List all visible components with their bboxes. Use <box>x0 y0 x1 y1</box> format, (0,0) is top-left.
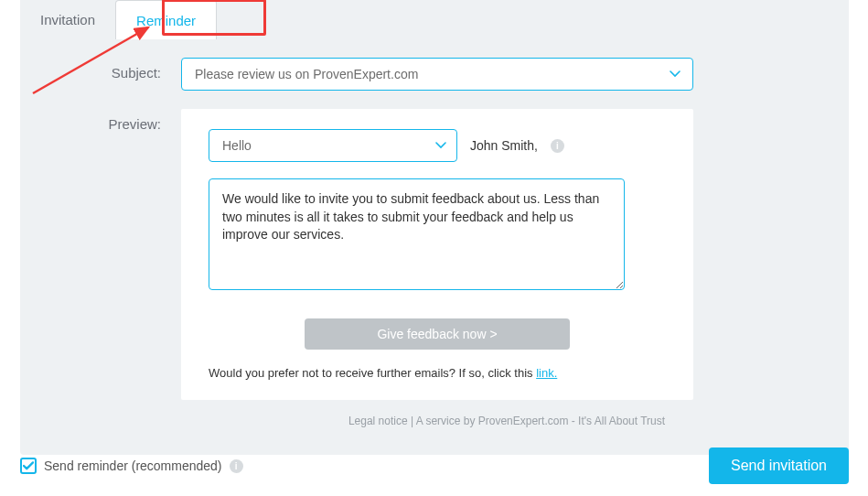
info-icon[interactable]: i <box>551 139 564 153</box>
message-body-textarea[interactable] <box>209 178 625 290</box>
opt-out-text: Would you prefer not to receive further … <box>209 366 666 380</box>
footer-note: Legal notice | A service by ProvenExpert… <box>181 415 832 427</box>
subject-select-wrap: Please review us on ProvenExpert.com <box>181 58 693 91</box>
send-reminder-option: Send reminder (recommended) i <box>20 458 243 474</box>
subject-label: Subject: <box>37 58 181 91</box>
greeting-row: Hello John Smith, i <box>209 129 666 162</box>
give-feedback-button[interactable]: Give feedback now > <box>305 318 570 350</box>
bottom-bar: Send reminder (recommended) i Send invit… <box>20 447 849 484</box>
greeting-select[interactable]: Hello <box>209 129 457 162</box>
recipient-name: John Smith, <box>470 138 538 153</box>
send-invitation-button[interactable]: Send invitation <box>709 447 849 484</box>
greeting-select-wrap: Hello <box>209 129 457 162</box>
opt-out-link[interactable]: link. <box>536 366 557 380</box>
send-reminder-label: Send reminder (recommended) <box>44 458 222 473</box>
opt-out-prefix: Would you prefer not to receive further … <box>209 366 536 380</box>
subject-row: Subject: Please review us on ProvenExper… <box>37 58 832 91</box>
settings-panel: Invitation Reminder Subject: Please revi… <box>20 0 849 455</box>
send-reminder-checkbox[interactable] <box>20 458 37 474</box>
preview-row: Preview: Hello John Smith, i <box>37 109 832 427</box>
subject-select[interactable]: Please review us on ProvenExpert.com <box>181 58 693 91</box>
preview-card: Hello John Smith, i Give feedback now > … <box>181 109 693 400</box>
tab-invitation[interactable]: Invitation <box>20 0 115 39</box>
tab-reminder[interactable]: Reminder <box>115 0 217 39</box>
tabs: Invitation Reminder <box>20 0 849 39</box>
info-icon[interactable]: i <box>230 459 243 473</box>
form-area: Subject: Please review us on ProvenExper… <box>20 39 849 427</box>
preview-label: Preview: <box>37 109 181 427</box>
